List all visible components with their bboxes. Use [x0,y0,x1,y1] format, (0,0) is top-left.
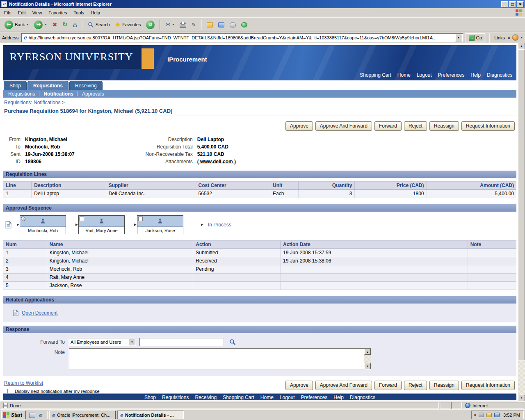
home-button[interactable]: ⌂ [71,20,79,30]
cell-name: Kingston, Michael [47,257,193,265]
global-link-shopping-cart[interactable]: Shopping Cart [360,72,391,78]
note-text[interactable] [69,349,364,369]
subnav-approvals[interactable]: Approvals [82,91,104,97]
show-desktop-icon[interactable] [29,413,35,418]
lookup-button[interactable] [229,339,236,345]
history-button[interactable]: ↺ [144,20,157,30]
menu-tools[interactable]: Tools [71,9,88,16]
footer-link-help[interactable]: Help [333,395,344,400]
approver-node-2[interactable]: Rait, Mary Anne [78,215,125,234]
scroll-down-icon[interactable]: ▼ [364,363,371,369]
tab-receiving[interactable]: Receiving [69,81,103,90]
return-to-worklist-link[interactable]: Return to Worklist [4,380,43,386]
network-icon[interactable] [494,413,500,417]
tab-requisitions[interactable]: Requisitions [27,81,68,90]
links-label[interactable]: Links [493,35,506,40]
refresh-button[interactable]: ↻ [60,20,70,29]
discuss-button[interactable] [216,21,226,28]
footer-link-home[interactable]: Home [260,395,274,400]
global-link-home[interactable]: Home [397,72,411,78]
messenger-button[interactable] [239,21,249,28]
forward-button-action[interactable]: Forward [374,381,402,390]
scroll-up-icon[interactable]: ▲ [518,43,525,49]
menu-file[interactable]: File [1,9,15,16]
footer-link-preferences[interactable]: Preferences [301,395,328,400]
badge-caret-icon[interactable]: ▼ [520,37,523,39]
tray-chevron-icon[interactable]: « [474,413,476,417]
maximize-icon[interactable]: □ [509,1,516,7]
menu-edit[interactable]: Edit [15,9,29,16]
attachment-link[interactable]: ( www.dell.com ) [197,159,236,164]
global-link-help[interactable]: Help [470,72,481,78]
address-input[interactable]: e http://finuweb.admin.ryerson.ca:8007/O… [21,33,463,42]
note-scrollbar[interactable]: ▲ ▼ [364,349,371,369]
start-button[interactable]: Start [1,411,26,419]
request-information-button[interactable]: Request Information [461,381,515,390]
cell-action [193,282,281,290]
edit-button[interactable]: ✎ [189,21,198,29]
approve-and-forward-button[interactable]: Approve And Forward [315,121,372,131]
global-link-diagnostics[interactable]: Diagnostics [487,72,512,78]
vertical-scrollbar[interactable]: ▲ ▼ [518,43,525,401]
taskbar-window-2[interactable]: e Notification Details - ... [117,411,184,419]
research-button[interactable] [228,21,238,28]
related-applications-panel: Open Document [3,304,516,322]
tab-shop[interactable]: Shop [4,81,27,90]
scroll-track[interactable] [364,355,371,363]
forward-to-select[interactable]: All Employees and Users ▼ [69,338,136,346]
footer-link-diagnostics[interactable]: Diagnostics [350,395,375,400]
mail-button[interactable]: ✉ ▼ [163,21,176,29]
reassign-button[interactable]: Reassign [429,121,459,131]
stop-button[interactable]: ✖ [50,21,59,29]
taskbar-window-1[interactable]: e Oracle iProcurement: Ch... [49,411,116,419]
approve-and-forward-button[interactable]: Approve And Forward [315,381,372,390]
search-button[interactable]: Search [86,21,112,29]
approver-node-3[interactable]: Jackson, Rose [137,215,183,234]
printer-tray-icon[interactable] [479,413,484,417]
close-icon[interactable]: ✖ [517,1,524,7]
forward-button-action[interactable]: Forward [374,121,402,131]
address-dropdown-icon[interactable]: ▼ [455,34,462,41]
subnav-notifications[interactable]: Notifications [43,91,73,97]
print-button[interactable] [178,21,188,29]
reject-button[interactable]: Reject [404,121,427,131]
approver-node-1[interactable]: Mochocki, Rob [20,215,66,234]
scrollbar-track[interactable] [518,49,525,395]
global-link-preferences[interactable]: Preferences [438,72,465,78]
scroll-down-icon[interactable]: ▼ [518,395,525,401]
minimize-icon[interactable]: _ [501,1,508,7]
favorites-button[interactable]: ★ Favorites [113,20,143,29]
back-button[interactable]: ← Back ▼ [2,20,31,30]
breadcrumb[interactable]: Requisitions: Notifications > [3,98,516,107]
scrollbar-thumb[interactable] [518,49,525,360]
forward-button[interactable]: → ▼ [32,20,49,30]
footer-link-requisitions[interactable]: Requisitions [162,395,189,400]
links-chevron-icon[interactable]: » [508,35,510,40]
notes-button[interactable] [205,21,215,28]
reject-button[interactable]: Reject [404,381,427,390]
ie-quicklaunch-icon[interactable]: e [37,412,43,418]
menu-view[interactable]: View [29,9,46,16]
volume-icon[interactable] [486,413,492,417]
cell-price: 1800 [355,190,427,198]
approve-button[interactable]: Approve [285,381,313,390]
approve-button[interactable]: Approve [285,121,313,131]
menu-help[interactable]: Help [87,9,103,16]
footer-link-logout[interactable]: Logout [280,395,295,400]
scroll-up-icon[interactable]: ▲ [364,349,371,355]
go-button[interactable]: → Go [466,33,486,42]
footer-link-shopping-cart[interactable]: Shopping Cart [223,395,254,400]
request-information-button[interactable]: Request Information [461,121,515,131]
open-document-link[interactable]: Open Document [22,310,57,316]
global-link-logout[interactable]: Logout [417,72,432,78]
reassign-button[interactable]: Reassign [429,381,459,390]
cell-description: Dell Laptop [32,190,106,198]
person-icon [41,218,45,224]
select-dropdown-icon[interactable]: ▼ [129,339,135,345]
forward-to-input[interactable] [139,338,224,346]
footer-link-shop[interactable]: Shop [144,395,156,400]
subnav-requisitions[interactable]: Requisitions [8,91,35,97]
menu-favorites[interactable]: Favorites [45,9,70,16]
note-textarea[interactable]: ▲ ▼ [69,348,371,370]
footer-link-receiving[interactable]: Receiving [195,395,217,400]
